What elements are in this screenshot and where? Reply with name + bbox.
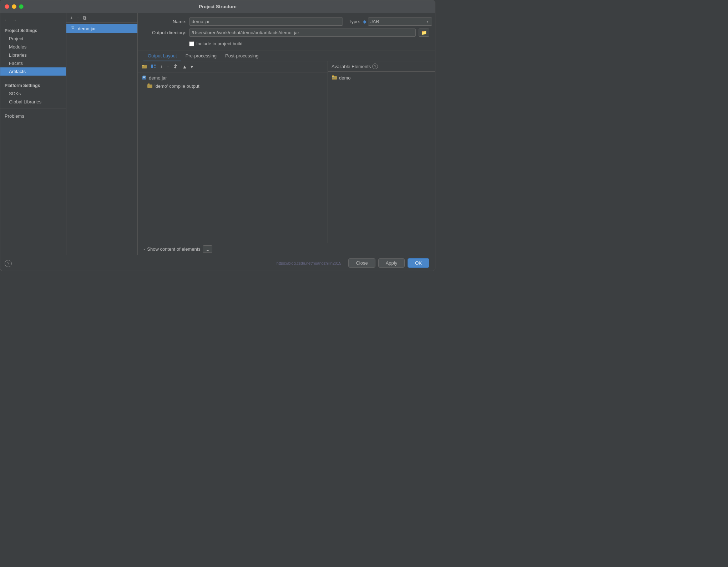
artifact-item-demo-jar[interactable]: demo:jar bbox=[66, 24, 137, 33]
avail-item-demo[interactable]: demo bbox=[328, 73, 435, 83]
jar-type-icon: ◆ bbox=[363, 19, 366, 24]
help-circle-icon[interactable]: ? bbox=[372, 63, 378, 69]
ellipsis-button[interactable]: ... bbox=[203, 245, 212, 253]
svg-rect-13 bbox=[147, 85, 150, 85]
tab-pre-processing[interactable]: Pre-processing bbox=[181, 51, 221, 61]
output-remove-btn[interactable]: − bbox=[165, 63, 171, 70]
svg-rect-0 bbox=[71, 27, 75, 30]
sidebar-item-project[interactable]: Project bbox=[0, 35, 66, 43]
show-content-icon: ▪ bbox=[143, 247, 145, 252]
svg-rect-15 bbox=[148, 86, 149, 86]
forward-button[interactable]: → bbox=[11, 17, 17, 23]
artifact-panel: + − ⧉ demo:jar bbox=[66, 13, 138, 255]
svg-rect-5 bbox=[142, 65, 144, 66]
content-area: Name: Type: ◆ JAR ▼ Output directory: 📁 bbox=[138, 13, 435, 255]
name-input[interactable] bbox=[189, 17, 343, 26]
avail-item-label: demo bbox=[339, 75, 351, 81]
svg-rect-10 bbox=[143, 76, 146, 77]
output-toolbar: + − ▲ ▾ bbox=[138, 61, 328, 72]
type-select[interactable]: JAR bbox=[368, 17, 432, 26]
svg-rect-11 bbox=[143, 77, 145, 78]
available-header: Available Elements ? bbox=[328, 61, 435, 72]
main-window: Project Structure ← → Project Settings P… bbox=[0, 0, 435, 271]
svg-rect-7 bbox=[154, 65, 156, 66]
back-button[interactable]: ← bbox=[3, 17, 10, 23]
window-title: Project Structure bbox=[199, 4, 236, 9]
output-layout-btn[interactable] bbox=[149, 63, 158, 71]
jar-file-icon bbox=[141, 75, 147, 81]
sidebar-item-artifacts[interactable]: Artifacts bbox=[0, 67, 66, 76]
artifact-toolbar: + − ⧉ bbox=[66, 13, 137, 23]
apply-button[interactable]: Apply bbox=[378, 258, 405, 268]
add-artifact-button[interactable]: + bbox=[69, 15, 74, 21]
platform-settings-section: Platform Settings bbox=[0, 80, 66, 90]
output-add-btn[interactable]: + bbox=[158, 63, 164, 70]
name-row: Name: Type: ◆ JAR ▼ bbox=[143, 17, 429, 26]
output-dir-row: Output directory: 📁 bbox=[143, 29, 429, 37]
available-content: demo bbox=[328, 72, 435, 243]
sidebar-item-sdks[interactable]: SDKs bbox=[0, 90, 66, 98]
include-checkbox-label[interactable]: Include in project build bbox=[196, 41, 242, 46]
close-button[interactable] bbox=[5, 4, 9, 9]
output-folder-btn[interactable] bbox=[140, 63, 148, 71]
svg-rect-2 bbox=[72, 28, 74, 29]
sidebar-item-modules[interactable]: Modules bbox=[0, 43, 66, 51]
maximize-button[interactable] bbox=[19, 4, 24, 9]
output-dir-input[interactable] bbox=[189, 29, 416, 37]
close-button[interactable]: Close bbox=[348, 258, 375, 268]
svg-rect-14 bbox=[148, 83, 150, 85]
footer: ? https://blog.csdn.net/huangzhilin2015 … bbox=[0, 255, 435, 271]
svg-rect-17 bbox=[332, 76, 334, 77]
output-tree-panel: + − ▲ ▾ bbox=[138, 61, 328, 243]
svg-rect-8 bbox=[154, 67, 156, 68]
type-select-wrapper: ◆ JAR ▼ bbox=[363, 17, 429, 26]
sidebar-divider-2 bbox=[0, 108, 66, 108]
remove-artifact-button[interactable]: − bbox=[75, 15, 81, 21]
include-checkbox-row: Include in project build bbox=[143, 40, 429, 48]
output-layout-panel: + − ▲ ▾ bbox=[138, 61, 435, 243]
jar-icon bbox=[70, 26, 76, 31]
svg-rect-3 bbox=[72, 29, 73, 29]
sidebar-item-libraries[interactable]: Libraries bbox=[0, 51, 66, 59]
sidebar-item-facets[interactable]: Facets bbox=[0, 59, 66, 67]
traffic-lights bbox=[5, 4, 24, 9]
avail-folder-icon bbox=[332, 75, 337, 81]
tree-item-compile-output[interactable]: 'demo' compile output bbox=[138, 82, 328, 91]
output-tree-content: demo.jar 'demo' comp bbox=[138, 72, 328, 243]
svg-rect-6 bbox=[151, 65, 153, 68]
browse-dir-button[interactable]: 📁 bbox=[419, 29, 429, 37]
svg-rect-9 bbox=[142, 76, 146, 80]
folder-icon bbox=[147, 83, 153, 90]
url-text: https://blog.csdn.net/huangzhilin2015 bbox=[6, 261, 341, 265]
tree-item-label: demo.jar bbox=[149, 75, 167, 81]
tab-post-processing[interactable]: Post-processing bbox=[221, 51, 263, 61]
show-content-label: Show content of elements bbox=[147, 246, 201, 252]
type-label: Type: bbox=[346, 19, 360, 24]
output-dir-label: Output directory: bbox=[143, 30, 186, 35]
available-panel: Available Elements ? bbox=[328, 61, 435, 243]
bottom-bar: ▪ Show content of elements ... bbox=[138, 243, 435, 255]
help-button[interactable]: ? bbox=[5, 260, 12, 267]
main-layout: ← → Project Settings Project Modules Lib… bbox=[0, 13, 435, 255]
output-down-btn[interactable]: ▾ bbox=[189, 63, 194, 70]
tab-output-layout[interactable]: Output Layout bbox=[143, 51, 181, 61]
available-label: Available Elements bbox=[332, 64, 371, 69]
tabs-bar: Output Layout Pre-processing Post-proces… bbox=[138, 51, 435, 61]
tree-item-compile-label: 'demo' compile output bbox=[155, 83, 199, 89]
sidebar-item-problems[interactable]: Problems bbox=[0, 111, 66, 120]
minimize-button[interactable] bbox=[12, 4, 16, 9]
sidebar-item-global-libraries[interactable]: Global Libraries bbox=[0, 98, 66, 106]
output-sort-btn[interactable] bbox=[171, 63, 180, 71]
sidebar-divider bbox=[0, 78, 66, 78]
svg-rect-18 bbox=[332, 75, 334, 76]
svg-rect-19 bbox=[333, 77, 334, 78]
sidebar: ← → Project Settings Project Modules Lib… bbox=[0, 13, 66, 255]
form-section: Name: Type: ◆ JAR ▼ Output directory: 📁 bbox=[138, 13, 435, 51]
ok-button[interactable]: OK bbox=[408, 258, 429, 268]
output-up-btn[interactable]: ▲ bbox=[181, 63, 188, 70]
include-checkbox[interactable] bbox=[189, 41, 194, 46]
tree-item-demo-jar[interactable]: demo.jar bbox=[138, 74, 328, 82]
copy-artifact-button[interactable]: ⧉ bbox=[81, 15, 88, 21]
artifact-list: demo:jar bbox=[66, 23, 137, 255]
project-settings-section: Project Settings bbox=[0, 25, 66, 35]
